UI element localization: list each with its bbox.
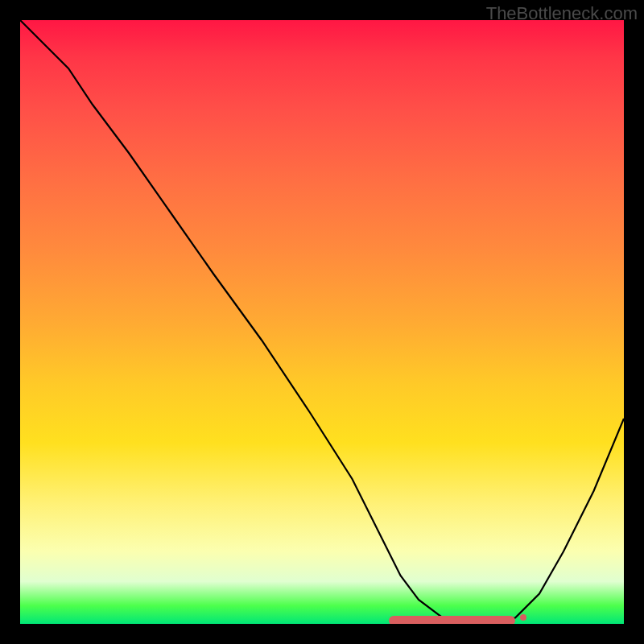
chart-curve-svg bbox=[20, 20, 624, 624]
bottleneck-curve-line bbox=[20, 20, 624, 621]
optimal-range-marker bbox=[389, 616, 516, 624]
watermark-text: TheBottleneck.com bbox=[486, 3, 638, 24]
chart-plot-area bbox=[20, 20, 624, 624]
